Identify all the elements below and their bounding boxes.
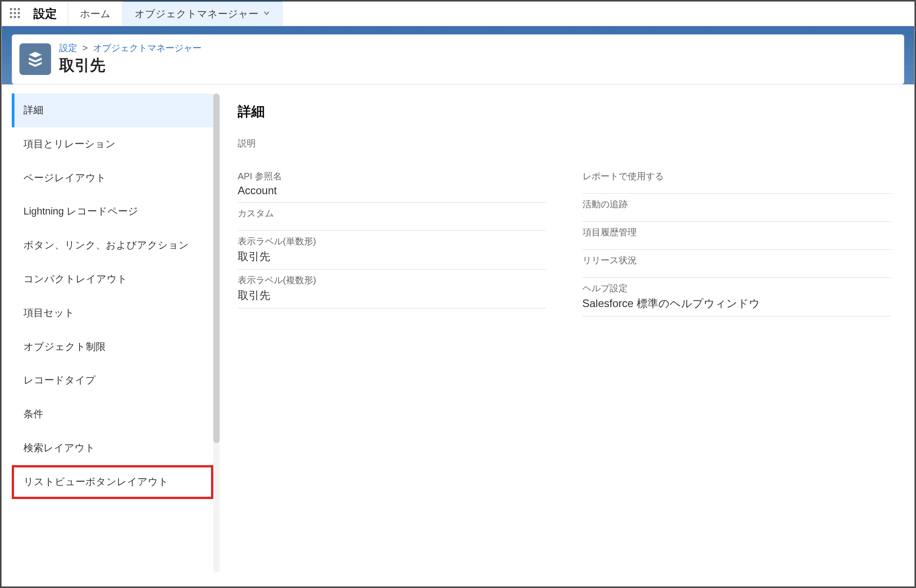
field-label: リリース状況: [582, 254, 891, 266]
field-label: ヘルプ設定: [582, 282, 891, 294]
field-value: 取引先: [238, 288, 546, 303]
sidebar-item-label: 条件: [23, 408, 43, 420]
sidebar-scrollbar[interactable]: [213, 93, 220, 572]
field-label: 表示ラベル(複数形): [238, 274, 546, 286]
field-history: 項目履歴管理: [582, 222, 891, 250]
detail-fields-left: API 参照名 Account カスタム 表示ラベル(単数形) 取引先 表示ラベ…: [238, 166, 546, 317]
layers-icon: [27, 50, 44, 69]
sidebar-item-record-types[interactable]: レコードタイプ: [12, 364, 213, 397]
sidebar-item-lightning-pages[interactable]: Lightning レコードページ: [12, 195, 213, 229]
sidebar-item-object-limits[interactable]: オブジェクト制限: [12, 330, 213, 364]
field-label-plural: 表示ラベル(複数形) 取引先: [238, 270, 546, 308]
sidebar-item-search-layouts[interactable]: 検索レイアウト: [12, 431, 213, 465]
detail-fields-right: レポートで使用する 活動の追跡 項目履歴管理 リリース状況: [582, 166, 891, 317]
page-header-strip: 設定 > オブジェクトマネージャー 取引先: [2, 26, 914, 84]
field-label: 活動の追跡: [582, 198, 891, 210]
field-label: カスタム: [238, 207, 546, 219]
breadcrumb: 設定 > オブジェクトマネージャー: [59, 42, 202, 54]
description-label: 説明: [238, 137, 891, 149]
field-help-setting: ヘルプ設定 Salesforce 標準のヘルプウィンドウ: [582, 278, 891, 317]
sidebar-column: 詳細 項目とリレーション ページレイアウト Lightning レコードページ …: [12, 93, 220, 572]
field-activity-tracking: 活動の追跡: [582, 194, 891, 222]
svg-point-0: [10, 8, 12, 10]
field-label-singular: 表示ラベル(単数形) 取引先: [238, 231, 546, 270]
app-launcher-button[interactable]: [2, 2, 28, 26]
sidebar: 詳細 項目とリレーション ページレイアウト Lightning レコードページ …: [12, 93, 213, 572]
sidebar-item-page-layouts[interactable]: ページレイアウト: [12, 161, 213, 195]
sidebar-item-label: レコードタイプ: [23, 374, 96, 386]
field-label: API 参照名: [238, 170, 546, 182]
sidebar-item-conditions[interactable]: 条件: [12, 397, 213, 431]
field-api-name: API 参照名 Account: [238, 166, 546, 203]
field-release-status: リリース状況: [582, 250, 891, 278]
sidebar-item-label: コンパクトレイアウト: [23, 273, 127, 285]
sidebar-item-compact-layouts[interactable]: コンパクトレイアウト: [12, 262, 213, 296]
breadcrumb-separator: >: [83, 43, 88, 53]
chevron-down-icon[interactable]: [263, 9, 270, 19]
sidebar-item-label: 項目セット: [23, 307, 75, 318]
tab-object-manager[interactable]: オブジェクトマネージャー: [122, 0, 282, 26]
global-nav: 設定 ホーム オブジェクトマネージャー: [2, 2, 914, 26]
field-value: 取引先: [238, 249, 546, 264]
field-label: 表示ラベル(単数形): [238, 235, 546, 247]
sidebar-item-field-sets[interactable]: 項目セット: [12, 296, 213, 330]
field-custom: カスタム: [238, 203, 546, 231]
sidebar-item-label: 検索レイアウト: [23, 442, 95, 453]
waffle-icon: [9, 7, 21, 21]
page-title: 取引先: [59, 55, 202, 76]
field-value: Salesforce 標準のヘルプウィンドウ: [582, 296, 891, 311]
svg-point-5: [18, 12, 20, 14]
svg-point-6: [10, 16, 12, 18]
content-area: 詳細 項目とリレーション ページレイアウト Lightning レコードページ …: [2, 84, 914, 581]
page-header: 設定 > オブジェクトマネージャー 取引先: [12, 34, 904, 84]
panel-title: 詳細: [238, 103, 891, 121]
sidebar-item-fields[interactable]: 項目とリレーション: [12, 127, 213, 161]
svg-point-8: [18, 16, 20, 18]
sidebar-item-label: オブジェクト制限: [23, 341, 106, 352]
sidebar-item-listview-buttons[interactable]: リストビューボタンレイアウト: [12, 465, 213, 499]
field-label: レポートで使用する: [582, 170, 891, 182]
tab-home[interactable]: ホーム: [68, 2, 122, 26]
sidebar-item-label: リストビューボタンレイアウト: [23, 476, 169, 487]
sidebar-item-label: ボタン、リンク、およびアクション: [23, 239, 189, 251]
detail-fields: API 参照名 Account カスタム 表示ラベル(単数形) 取引先 表示ラベ…: [238, 166, 891, 317]
tab-label: オブジェクトマネージャー: [135, 7, 258, 21]
svg-point-3: [10, 12, 12, 14]
main-panel: 詳細 説明 API 参照名 Account カスタム 表示ラベル(単数形) 取引…: [220, 93, 904, 572]
field-value: Account: [238, 184, 546, 197]
sidebar-item-label: Lightning レコードページ: [23, 205, 138, 217]
svg-point-1: [14, 8, 16, 10]
sidebar-item-label: 項目とリレーション: [23, 138, 116, 149]
sidebar-item-label: 詳細: [23, 104, 43, 116]
svg-point-4: [14, 12, 16, 14]
field-use-in-reports: レポートで使用する: [582, 166, 891, 194]
field-label: 項目履歴管理: [582, 226, 891, 238]
svg-point-7: [14, 16, 16, 18]
object-icon: [19, 43, 51, 75]
svg-point-2: [18, 8, 20, 10]
tab-label: ホーム: [80, 7, 111, 21]
scrollbar-thumb[interactable]: [213, 93, 220, 443]
sidebar-item-label: ページレイアウト: [23, 172, 106, 183]
app-name: 設定: [28, 2, 68, 26]
breadcrumb-setup[interactable]: 設定: [59, 43, 77, 53]
breadcrumb-object-manager[interactable]: オブジェクトマネージャー: [93, 43, 202, 53]
sidebar-item-buttons-links[interactable]: ボタン、リンク、およびアクション: [12, 229, 213, 262]
sidebar-item-details[interactable]: 詳細: [12, 93, 213, 127]
